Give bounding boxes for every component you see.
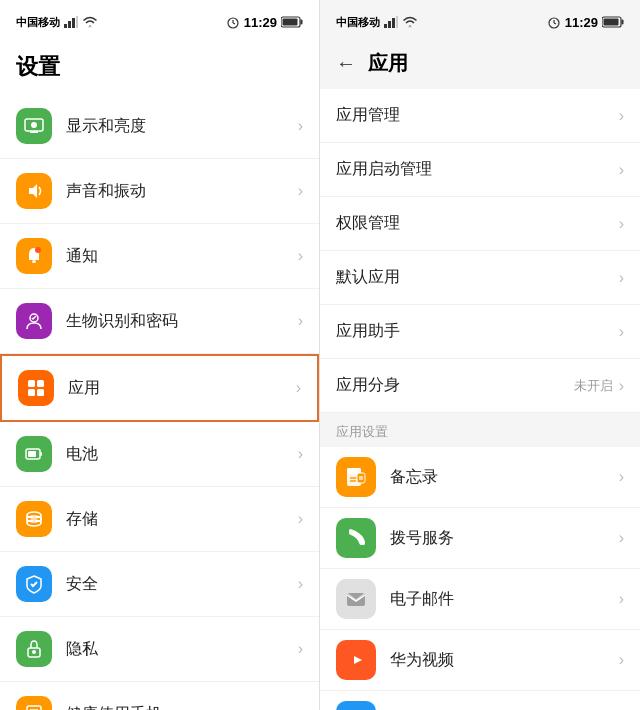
apps-label: 应用 <box>68 378 296 399</box>
notify-chevron: › <box>298 247 303 265</box>
back-button[interactable]: ← <box>336 52 356 75</box>
svg-rect-16 <box>28 380 35 387</box>
right-menu-list: 应用管理 › 应用启动管理 › 权限管理 › 默认应用 › 应用助手 › 应用分… <box>320 89 640 710</box>
right-item-app-start[interactable]: 应用启动管理 › <box>320 143 640 197</box>
left-wifi-icon <box>82 16 98 28</box>
contacts-app-icon <box>336 701 376 710</box>
apps-icon <box>25 377 47 399</box>
right-item-dialer[interactable]: 拨号服务 › <box>320 508 640 569</box>
svg-rect-21 <box>40 452 42 456</box>
svg-rect-0 <box>64 24 67 28</box>
permission-label: 权限管理 <box>336 213 619 234</box>
settings-item-storage[interactable]: 存储 › <box>0 487 319 552</box>
bio-icon <box>23 310 45 332</box>
health-icon-wrap <box>16 696 52 710</box>
svg-rect-9 <box>283 19 298 26</box>
left-alarm-icon <box>226 15 240 29</box>
settings-item-apps[interactable]: 应用 › <box>0 354 319 422</box>
right-item-app-assist[interactable]: 应用助手 › <box>320 305 640 359</box>
svg-point-12 <box>31 122 37 128</box>
battery-chevron: › <box>298 445 303 463</box>
email-chevron: › <box>619 590 624 608</box>
security-icon-wrap <box>16 566 52 602</box>
right-status-bar: 中国移动 11:29 <box>320 0 640 44</box>
right-title: 应用 <box>368 50 408 77</box>
right-item-notes[interactable]: 备忘录 › <box>320 447 640 508</box>
bio-icon-wrap <box>16 303 52 339</box>
svg-rect-51 <box>357 473 365 483</box>
notify-icon-wrap <box>16 238 52 274</box>
svg-rect-46 <box>604 19 619 26</box>
apps-chevron: › <box>296 379 301 397</box>
svg-rect-2 <box>72 18 75 28</box>
settings-item-notify[interactable]: 通知 › <box>0 224 319 289</box>
app-assist-label: 应用助手 <box>336 321 619 342</box>
right-item-contacts[interactable]: 联系人 › <box>320 691 640 710</box>
right-content: 应用管理 › 应用启动管理 › 权限管理 › 默认应用 › 应用助手 › 应用分… <box>320 89 640 710</box>
app-start-chevron: › <box>619 161 624 179</box>
storage-icon-wrap <box>16 501 52 537</box>
settings-item-battery[interactable]: 电池 › <box>0 422 319 487</box>
svg-rect-37 <box>384 24 387 28</box>
default-app-chevron: › <box>619 269 624 287</box>
dialer-chevron: › <box>619 529 624 547</box>
email-label: 电子邮件 <box>390 589 619 610</box>
right-item-default-app[interactable]: 默认应用 › <box>320 251 640 305</box>
battery-icon <box>23 443 45 465</box>
svg-rect-11 <box>30 131 38 133</box>
left-signal-text: 中国移动 <box>16 15 60 30</box>
privacy-label: 隐私 <box>66 639 298 660</box>
huawei-video-app-icon <box>336 640 376 680</box>
huawei-video-chevron: › <box>619 651 624 669</box>
left-page-title: 设置 <box>0 44 319 94</box>
svg-rect-3 <box>76 16 78 28</box>
svg-rect-45 <box>622 20 624 25</box>
right-header: ← 应用 <box>320 44 640 89</box>
app-twin-badge: 未开启 <box>574 377 613 395</box>
notes-chevron: › <box>619 468 624 486</box>
sound-icon <box>23 180 45 202</box>
right-item-app-mgmt[interactable]: 应用管理 › <box>320 89 640 143</box>
display-icon-wrap <box>16 108 52 144</box>
security-chevron: › <box>298 575 303 593</box>
settings-item-sound[interactable]: 声音和振动 › <box>0 159 319 224</box>
left-settings-list: 显示和亮度 › 声音和振动 › 通知 <box>0 94 319 710</box>
svg-rect-39 <box>392 18 395 28</box>
svg-rect-38 <box>388 21 391 28</box>
left-status-bar: 中国移动 11:29 <box>0 0 319 44</box>
settings-item-bio[interactable]: 生物识别和密码 › <box>0 289 319 354</box>
svg-line-6 <box>233 23 235 24</box>
right-status-right: 11:29 <box>547 15 624 30</box>
settings-item-security[interactable]: 安全 › <box>0 552 319 617</box>
bio-chevron: › <box>298 312 303 330</box>
right-item-email[interactable]: 电子邮件 › <box>320 569 640 630</box>
battery-label: 电池 <box>66 444 298 465</box>
settings-item-privacy[interactable]: 隐私 › <box>0 617 319 682</box>
security-icon <box>23 573 45 595</box>
right-item-app-twin[interactable]: 应用分身 未开启 › <box>320 359 640 413</box>
display-chevron: › <box>298 117 303 135</box>
right-signal-icon <box>384 16 398 28</box>
storage-label: 存储 <box>66 509 298 530</box>
permission-chevron: › <box>619 215 624 233</box>
app-assist-chevron: › <box>619 323 624 341</box>
svg-rect-40 <box>396 16 398 28</box>
dialer-app-icon <box>336 518 376 558</box>
sound-chevron: › <box>298 182 303 200</box>
settings-item-health[interactable]: 健康使用手机 › <box>0 682 319 710</box>
privacy-chevron: › <box>298 640 303 658</box>
sound-icon-wrap <box>16 173 52 209</box>
svg-rect-13 <box>32 260 36 263</box>
settings-item-display[interactable]: 显示和亮度 › <box>0 94 319 159</box>
right-item-huawei-video[interactable]: 华为视频 › <box>320 630 640 691</box>
health-icon <box>23 703 45 710</box>
app-twin-label: 应用分身 <box>336 375 574 396</box>
default-app-label: 默认应用 <box>336 267 619 288</box>
svg-point-29 <box>27 520 41 526</box>
security-label: 安全 <box>66 574 298 595</box>
right-time: 11:29 <box>565 15 598 30</box>
svg-line-43 <box>554 23 556 24</box>
apps-icon-wrap <box>18 370 54 406</box>
right-item-permission[interactable]: 权限管理 › <box>320 197 640 251</box>
health-label: 健康使用手机 <box>66 704 298 711</box>
